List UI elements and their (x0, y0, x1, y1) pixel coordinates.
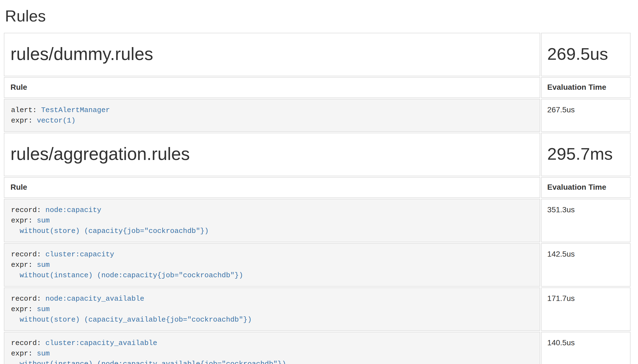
rule-code: record: cluster:capacity_available expr:… (11, 338, 533, 364)
page-title: Rules (5, 7, 635, 25)
rule-expression-link[interactable]: without(store) (capacity{job="cockroachd… (11, 227, 209, 235)
rule-field-key: expr: (11, 261, 37, 269)
rule-field-key: expr: (11, 216, 37, 225)
rule-field-key: record: (11, 339, 45, 347)
rule-definition-cell: record: cluster:capacity expr: sum witho… (4, 243, 540, 287)
rule-field-key: expr: (11, 305, 37, 313)
rule-evaluation-time: 171.7us (541, 287, 631, 331)
rule-expression-link[interactable]: node:capacity_available (45, 295, 144, 303)
rule-expression-link[interactable]: sum (37, 216, 50, 225)
rule-field-key: expr: (11, 116, 37, 125)
rule-definition-cell: record: cluster:capacity_available expr:… (4, 332, 540, 364)
group-evaluation-time: 269.5us (541, 33, 631, 76)
rule-row: record: cluster:capacity expr: sum witho… (4, 243, 631, 287)
rule-column-header: Rule (4, 77, 540, 98)
rule-row: alert: TestAlertManager expr: vector(1) … (4, 99, 631, 132)
rule-expression-link[interactable]: sum (37, 305, 50, 313)
rule-group-title: rules/dummy.rules (4, 33, 540, 76)
rule-evaluation-time: 140.5us (541, 332, 631, 364)
rule-group-title: rules/aggregation.rules (4, 133, 540, 176)
rules-table: rules/dummy.rules 269.5us Rule Evaluatio… (3, 32, 631, 364)
rule-field-key: record: (11, 206, 45, 214)
rule-expression-link[interactable]: without(store) (capacity_available{job="… (11, 316, 252, 324)
rule-column-header: Rule (4, 177, 540, 198)
group-header-row: rules/aggregation.rules 295.7ms (4, 133, 631, 176)
rule-definition-cell: record: node:capacity expr: sum without(… (4, 199, 540, 242)
rule-definition-cell: record: node:capacity_available expr: su… (4, 287, 540, 331)
group-evaluation-time: 295.7ms (541, 133, 631, 176)
group-header-row: rules/dummy.rules 269.5us (4, 33, 631, 76)
rule-expression-link[interactable]: sum (37, 349, 50, 358)
rule-expression-link[interactable]: without(instance) (node:capacity{job="co… (11, 271, 243, 279)
rule-evaluation-time: 351.3us (541, 199, 631, 242)
rule-field-key: alert: (11, 106, 41, 114)
rule-field-key: record: (11, 295, 45, 303)
rule-expression-link[interactable]: node:capacity (45, 206, 101, 214)
rule-expression-link[interactable]: sum (37, 261, 50, 269)
rule-field-key: record: (11, 250, 45, 259)
rule-code: record: node:capacity_available expr: su… (11, 294, 533, 325)
rule-row: record: cluster:capacity_available expr:… (4, 332, 631, 364)
rule-expression-link[interactable]: cluster:capacity (45, 250, 114, 259)
rule-definition-cell: alert: TestAlertManager expr: vector(1) (4, 99, 540, 132)
rule-row: record: node:capacity expr: sum without(… (4, 199, 631, 242)
rule-evaluation-time: 267.5us (541, 99, 631, 132)
evaluation-time-column-header: Evaluation Time (541, 77, 631, 98)
rule-row: record: node:capacity_available expr: su… (4, 287, 631, 331)
rule-expression-link[interactable]: without(instance) (node:capacity_availab… (11, 360, 286, 364)
rule-expression-link[interactable]: vector(1) (37, 116, 75, 125)
rule-code: record: cluster:capacity expr: sum witho… (11, 249, 533, 281)
rule-field-key: expr: (11, 349, 37, 358)
columns-header-row: Rule Evaluation Time (4, 77, 631, 98)
rule-expression-link[interactable]: TestAlertManager (41, 106, 110, 114)
columns-header-row: Rule Evaluation Time (4, 177, 631, 198)
rule-code: alert: TestAlertManager expr: vector(1) (11, 105, 533, 126)
rule-evaluation-time: 142.5us (541, 243, 631, 287)
evaluation-time-column-header: Evaluation Time (541, 177, 631, 198)
rule-expression-link[interactable]: cluster:capacity_available (45, 339, 157, 347)
rules-page: Rules rules/dummy.rules 269.5us Rule Eva… (4, 7, 635, 364)
rule-code: record: node:capacity expr: sum without(… (11, 205, 533, 236)
